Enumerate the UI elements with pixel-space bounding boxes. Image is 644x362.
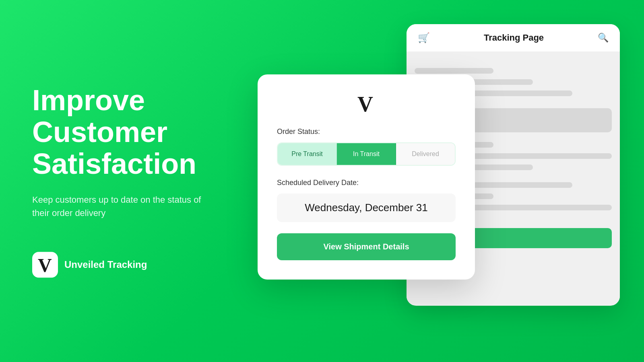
brand-badge: V Unveiled Tracking xyxy=(32,252,242,278)
brand-name: Unveiled Tracking xyxy=(64,259,147,270)
svg-text:V: V xyxy=(357,92,373,115)
order-card: V Order Status: Pre Transit In Transit D… xyxy=(258,74,475,280)
status-tabs: Pre Transit In Transit Delivered xyxy=(277,142,456,166)
brand-v-icon: V xyxy=(33,253,57,277)
svg-text:V: V xyxy=(38,255,52,276)
main-headline: Improve Customer Satisfaction xyxy=(32,84,242,180)
delivery-date-label: Scheduled Delivery Date: xyxy=(277,179,456,187)
search-icon: 🔍 xyxy=(598,33,609,43)
order-card-v-icon: V xyxy=(354,90,378,115)
cart-icon: 🛒 xyxy=(418,32,430,43)
sub-text: Keep customers up to date on the status … xyxy=(32,193,201,220)
delivery-date-text: Wednesday, December 31 xyxy=(305,202,427,214)
tab-delivered[interactable]: Delivered xyxy=(396,143,455,165)
skeleton-row xyxy=(415,68,493,74)
left-section: Improve Customer Satisfaction Keep custo… xyxy=(32,84,242,278)
brand-icon: V xyxy=(32,252,58,278)
order-card-logo: V xyxy=(277,90,456,115)
view-shipment-button[interactable]: View Shipment Details xyxy=(277,233,456,260)
tab-in-transit[interactable]: In Transit xyxy=(337,143,396,165)
delivery-date-box: Wednesday, December 31 xyxy=(277,193,456,222)
tab-pre-transit[interactable]: Pre Transit xyxy=(278,143,337,165)
order-status-label: Order Status: xyxy=(277,128,456,136)
tracking-page-title: Tracking Page xyxy=(484,33,544,43)
tracking-page-header: 🛒 Tracking Page 🔍 xyxy=(407,24,620,52)
